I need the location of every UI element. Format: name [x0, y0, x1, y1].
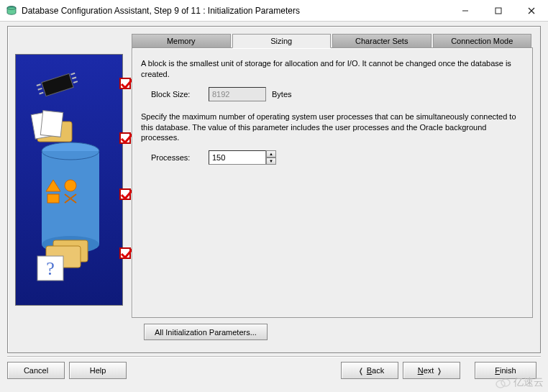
block-size-input	[209, 87, 266, 101]
app-icon	[6, 5, 17, 17]
folders-question-icon: ?	[32, 234, 96, 285]
close-button[interactable]	[515, 0, 548, 21]
maximize-button[interactable]	[482, 0, 515, 21]
help-button[interactable]: Help	[69, 362, 127, 379]
chip-icon	[36, 70, 79, 99]
block-description: A block is the smallest unit of storage …	[141, 58, 524, 80]
svg-rect-3	[496, 8, 501, 14]
cloud-icon	[495, 377, 511, 388]
cancel-button[interactable]: Cancel	[7, 362, 65, 379]
button-label: Finish	[495, 366, 516, 375]
block-size-row: Block Size: Bytes	[151, 87, 524, 101]
svg-line-7	[37, 84, 41, 86]
svg-line-8	[38, 88, 42, 90]
button-label: All Initialization Parameters...	[155, 328, 257, 337]
button-label: Back	[367, 366, 384, 375]
step-check-icon	[119, 78, 131, 89]
config-panel: Memory Sizing Character Sets Connection …	[132, 34, 533, 318]
svg-point-29	[496, 380, 505, 388]
chevron-right-icon: ❯	[438, 367, 442, 375]
wizard-side-graphic: ?	[15, 54, 123, 306]
processes-spin-up[interactable]: ▲	[266, 150, 276, 158]
svg-text:?: ?	[46, 258, 55, 279]
svg-rect-19	[40, 111, 63, 137]
tab-character-sets[interactable]: Character Sets	[332, 34, 431, 48]
next-button[interactable]: Next❯	[403, 362, 460, 379]
processes-spin-down[interactable]: ▼	[266, 158, 276, 165]
tabs-row: Memory Sizing Character Sets Connection …	[132, 34, 533, 48]
shapes-icon	[45, 177, 81, 206]
window-title: Database Configuration Assistant, Step 9…	[22, 6, 449, 16]
processes-label: Processes:	[151, 153, 203, 162]
tab-connection-mode[interactable]: Connection Mode	[433, 34, 532, 48]
svg-line-11	[72, 77, 76, 78]
svg-line-12	[73, 81, 78, 83]
step-check-icon	[119, 188, 131, 200]
svg-rect-22	[47, 194, 59, 203]
svg-line-10	[70, 73, 75, 75]
folder-docs-icon	[30, 109, 81, 148]
tab-label: Connection Mode	[451, 37, 513, 45]
minimize-button[interactable]	[449, 0, 482, 21]
tab-sizing[interactable]: Sizing	[232, 34, 332, 48]
step-check-icon	[119, 247, 131, 259]
svg-line-9	[40, 93, 44, 94]
button-label: Help	[90, 366, 106, 375]
title-bar: Database Configuration Assistant, Step 9…	[0, 0, 548, 22]
all-init-params-button[interactable]: All Initialization Parameters...	[144, 324, 268, 340]
svg-point-30	[501, 379, 510, 386]
processes-description: Specify the maximum number of operating …	[141, 111, 524, 144]
wizard-client: ? Memory Sizing Character Sets Connectio…	[7, 26, 541, 353]
block-size-label: Block Size:	[151, 90, 203, 99]
watermark: 亿速云	[495, 376, 544, 389]
svg-rect-6	[42, 73, 73, 96]
block-size-unit: Bytes	[272, 90, 292, 99]
tab-memory[interactable]: Memory	[132, 34, 231, 48]
button-label: Cancel	[24, 366, 48, 375]
step-check-icon	[119, 132, 131, 144]
back-button[interactable]: ❮Back	[341, 362, 398, 379]
processes-input[interactable]	[209, 150, 266, 165]
window-controls	[449, 0, 548, 21]
tab-label: Memory	[167, 37, 196, 45]
tab-panel-sizing: A block is the smallest unit of storage …	[132, 47, 533, 318]
wizard-footer: Cancel Help ❮Back Next❯ Finish	[7, 356, 541, 385]
tab-label: Character Sets	[355, 37, 408, 45]
svg-point-21	[65, 180, 76, 191]
button-label: Next	[418, 366, 434, 375]
processes-row: Processes: ▲ ▼	[151, 150, 524, 165]
svg-marker-20	[46, 180, 60, 191]
chevron-left-icon: ❮	[359, 367, 363, 375]
tab-label: Sizing	[270, 37, 292, 45]
